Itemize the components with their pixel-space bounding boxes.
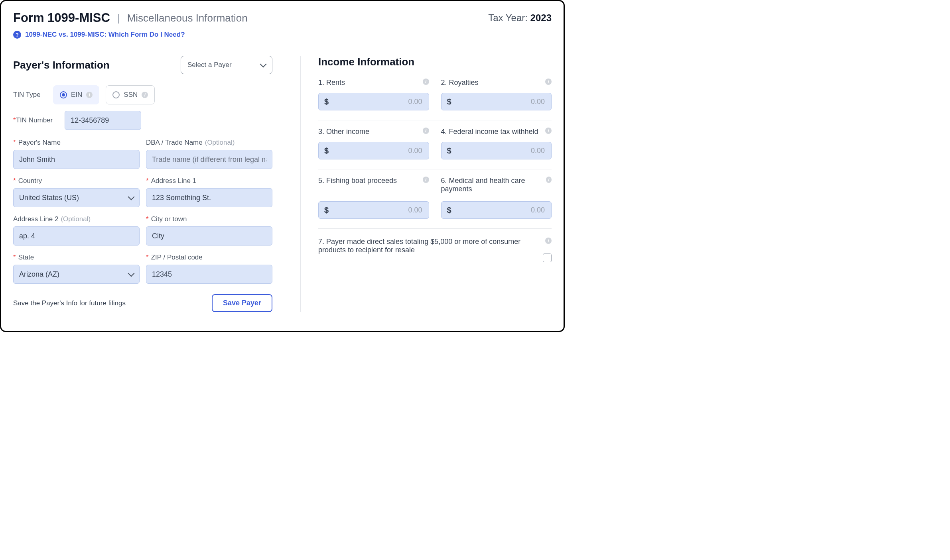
save-payer-row: Save the Payer's Info for future filings…	[13, 294, 272, 312]
info-icon[interactable]	[423, 79, 429, 85]
chevron-down-icon	[128, 270, 135, 277]
other-income-label: 3. Other income	[318, 128, 369, 136]
save-payer-note: Save the Payer's Info for future filings	[13, 299, 126, 307]
other-income-input[interactable]	[329, 146, 423, 155]
income-divider	[318, 169, 552, 169]
help-link[interactable]: 1099-NEC vs. 1099-MISC: Which Form Do I …	[25, 31, 185, 39]
title-divider: |	[117, 12, 120, 24]
medical-input-wrap: $	[441, 201, 552, 219]
country-select[interactable]: United States (US)	[13, 188, 140, 207]
tin-number-row: *TIN Number	[13, 111, 272, 130]
royalties-input[interactable]	[451, 97, 546, 106]
income-section-title: Income Information	[318, 56, 552, 68]
help-row: ? 1099-NEC vs. 1099-MISC: Which Form Do …	[13, 31, 552, 39]
dollar-icon: $	[447, 97, 451, 106]
fishing-input-wrap: $	[318, 201, 429, 219]
income-grid: 1. Rents $ 2. Royalties $ 3. Other inco	[318, 79, 552, 262]
medical-input[interactable]	[451, 206, 546, 215]
payer-section: Payer's Information Select a Payer TIN T…	[13, 56, 284, 312]
radio-unselected-icon	[112, 91, 120, 98]
info-icon[interactable]	[545, 128, 552, 134]
tin-type-ein-radio[interactable]: EIN	[53, 85, 99, 104]
payer-name-input[interactable]	[13, 150, 140, 169]
addr2-label: Address Line 2	[13, 215, 58, 223]
dollar-icon: $	[324, 206, 329, 215]
page-header: Form 1099-MISC | Miscellaneous Informati…	[13, 11, 552, 25]
dba-label: DBA / Trade Name	[146, 139, 203, 147]
tin-number-label: TIN Number	[16, 116, 53, 124]
state-select[interactable]: Arizona (AZ)	[13, 265, 140, 284]
income-divider	[318, 120, 552, 120]
chevron-down-icon	[128, 194, 135, 200]
state-label: State	[18, 253, 34, 261]
tin-number-input[interactable]	[65, 111, 141, 130]
dollar-icon: $	[447, 146, 451, 155]
radio-selected-icon	[60, 91, 67, 98]
tin-type-label: TIN Type	[13, 91, 47, 99]
zip-input[interactable]	[146, 265, 272, 284]
payer-name-label: Payer's Name	[18, 139, 61, 147]
payer-form-grid: *Payer's Name DBA / Trade Name (Optional…	[13, 139, 272, 284]
tin-type-ssn-radio[interactable]: SSN	[106, 85, 155, 104]
direct-sales-label: 7. Payer made direct sales totaling $5,0…	[318, 238, 534, 254]
addr1-input[interactable]	[146, 188, 272, 207]
chevron-down-icon	[260, 61, 267, 68]
form-title: Form 1099-MISC	[13, 11, 110, 25]
info-icon[interactable]	[423, 177, 429, 183]
addr2-input[interactable]	[13, 226, 140, 246]
dba-input[interactable]	[146, 150, 272, 169]
city-input[interactable]	[146, 226, 272, 246]
city-label: City or town	[151, 215, 187, 223]
income-divider	[318, 228, 552, 229]
column-divider	[300, 56, 301, 312]
tin-type-row: TIN Type EIN SSN	[13, 85, 272, 104]
fed-withheld-label: 4. Federal income tax withheld	[441, 128, 538, 136]
direct-sales-checkbox[interactable]	[543, 253, 552, 262]
fed-withheld-input[interactable]	[451, 146, 546, 155]
dollar-icon: $	[324, 97, 329, 106]
country-label: Country	[18, 177, 42, 185]
rents-label: 1. Rents	[318, 79, 345, 87]
income-section: Income Information 1. Rents $ 2. Royalti…	[317, 56, 552, 312]
fishing-label: 5. Fishing boat proceeds	[318, 177, 397, 185]
dollar-icon: $	[447, 206, 451, 215]
info-icon[interactable]	[545, 238, 552, 244]
tax-year: Tax Year: 2023	[488, 12, 552, 24]
save-payer-button[interactable]: Save Payer	[212, 294, 272, 312]
fed-withheld-input-wrap: $	[441, 142, 552, 159]
info-icon[interactable]	[423, 128, 429, 134]
zip-label: ZIP / Postal code	[151, 253, 203, 261]
addr1-label: Address Line 1	[151, 177, 196, 185]
rents-input[interactable]	[329, 97, 423, 106]
dollar-icon: $	[324, 146, 329, 155]
fishing-input[interactable]	[329, 206, 423, 215]
royalties-label: 2. Royalties	[441, 79, 479, 87]
form-subtitle: Miscellaneous Information	[127, 12, 248, 24]
info-icon[interactable]	[546, 177, 552, 183]
info-icon[interactable]	[86, 92, 93, 98]
payer-section-title: Payer's Information	[13, 59, 110, 71]
royalties-input-wrap: $	[441, 93, 552, 110]
rents-input-wrap: $	[318, 93, 429, 110]
select-payer-dropdown[interactable]: Select a Payer	[181, 56, 272, 74]
info-icon[interactable]	[142, 92, 148, 98]
header-divider	[13, 46, 552, 46]
help-icon: ?	[13, 31, 21, 39]
info-icon[interactable]	[545, 79, 552, 85]
form-1099-misc-page: Form 1099-MISC | Miscellaneous Informati…	[0, 0, 565, 332]
direct-sales-row: 7. Payer made direct sales totaling $5,0…	[318, 238, 552, 262]
other-income-input-wrap: $	[318, 142, 429, 159]
medical-label: 6. Medical and health care payments	[441, 177, 546, 193]
